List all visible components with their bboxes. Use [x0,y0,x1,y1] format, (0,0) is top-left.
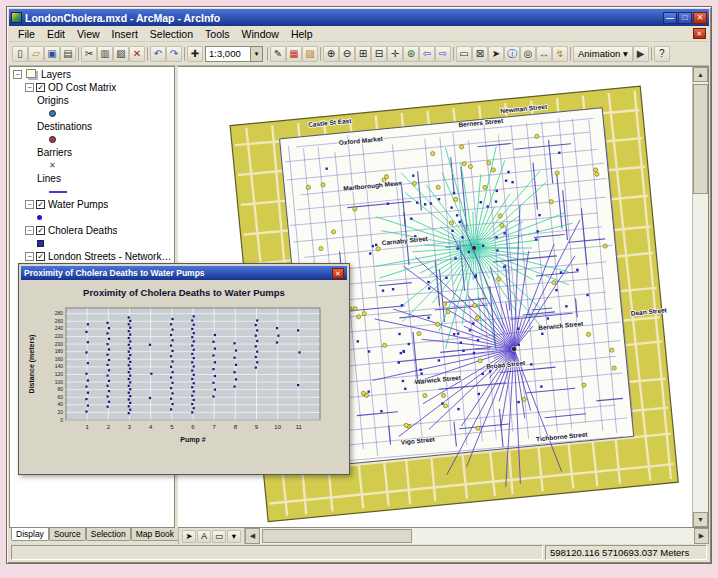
select-features-button[interactable]: ▭ [456,46,472,62]
close-button[interactable]: ✕ [693,12,707,24]
minimize-button[interactable]: — [663,12,677,24]
zoom-out-button[interactable]: ⊖ [339,46,355,62]
map-scale-combo[interactable]: 1:3,000▾ [205,46,263,62]
paste-button[interactable]: ▧ [113,46,129,62]
layer-symbol-square[interactable] [37,240,44,247]
hyperlink-button[interactable]: ↯ [552,46,568,62]
measure-button[interactable]: ↔ [536,46,552,62]
clear-selection-button[interactable]: ⊠ [472,46,488,62]
draw-rectangle-button[interactable]: ▭ [212,530,226,543]
fixed-zoom-in-button[interactable]: ⊞ [355,46,371,62]
menu-tools[interactable]: Tools [199,27,236,41]
map-vertical-scrollbar[interactable]: ▲ ▼ [692,67,708,527]
menu-view[interactable]: View [71,27,106,41]
layer-visibility-checkbox[interactable]: ✓ [36,226,45,235]
go-back-extent-button[interactable]: ⇦ [419,46,435,62]
scroll-up-icon[interactable]: ▲ [693,67,708,82]
dropdown-arrow-icon[interactable]: ▾ [250,47,262,61]
arccatalog-button[interactable]: ▨ [302,46,318,62]
toc-tab-source[interactable]: Source [49,528,86,541]
tree-expander-icon[interactable]: − [25,83,34,92]
chart-xtick-label: 8 [234,424,238,430]
toc-layer-water-pumps[interactable]: −✓Water Pumps [10,198,174,211]
tree-expander-icon[interactable]: − [25,200,34,209]
menu-selection[interactable]: Selection [144,27,199,41]
toc-layer-barriers[interactable]: Barriers [10,146,174,159]
title-bar[interactable]: LondonCholera.mxd - ArcMap - ArcInfo — □… [9,9,709,26]
help-button[interactable]: ? [654,46,670,62]
toc-layer-lines[interactable]: Lines [10,172,174,185]
scroll-right-icon[interactable]: ▶ [694,528,709,544]
fixed-zoom-out-button[interactable]: ⊟ [371,46,387,62]
layer-visibility-checkbox[interactable]: ✓ [36,200,45,209]
chart-window[interactable]: Proximity of Cholera Deaths to Water Pum… [18,263,350,475]
undo-button[interactable]: ↶ [150,46,166,62]
select-elements-button[interactable]: ➤ [488,46,504,62]
menu-edit[interactable]: Edit [41,27,71,41]
draw-pointer-button[interactable]: ➤ [182,530,196,543]
layer-symbol-dot[interactable] [37,215,42,220]
hscroll-track[interactable] [260,528,694,544]
tree-expander-icon[interactable]: − [25,252,34,261]
copy-button[interactable]: ▥ [97,46,113,62]
layer-symbol-circle[interactable] [49,110,56,117]
maximize-button[interactable]: □ [678,12,692,24]
menu-file[interactable]: File [12,27,41,41]
toc-tab-display[interactable]: Display [11,528,49,541]
scroll-left-icon[interactable]: ◀ [245,528,260,544]
go-forward-extent-button[interactable]: ⇨ [435,46,451,62]
new-document-button[interactable]: ▯ [12,46,28,62]
animation-toolbar-menu[interactable]: Animation ▾ [573,46,633,62]
toc-symbol-row[interactable] [10,185,174,198]
toc-layer-london-streets-network-dataset[interactable]: −✓London Streets - Network Dataset [10,250,174,263]
toc-symbol-row[interactable] [10,133,174,146]
hscroll-thumb[interactable] [262,529,412,543]
draw-text-button[interactable]: A [197,530,211,543]
tree-expander-icon[interactable]: − [13,70,22,79]
full-extent-button[interactable]: ⊛ [403,46,419,62]
draw-more-button[interactable]: ▾ [227,530,241,543]
toc-symbol-row[interactable] [10,107,174,120]
toc-layer-origins[interactable]: Origins [10,94,174,107]
chart-window-close-button[interactable]: ✕ [332,268,344,279]
menu-window[interactable]: Window [236,27,285,41]
layer-visibility-checkbox[interactable]: ✓ [36,83,45,92]
pan-button[interactable]: ✛ [387,46,403,62]
tree-expander-icon[interactable]: − [25,226,34,235]
find-button[interactable]: ◎ [520,46,536,62]
layer-symbol-x[interactable]: ✕ [49,162,56,170]
open-animation-controls-button[interactable]: ▶ [633,46,649,62]
scroll-down-icon[interactable]: ▼ [693,512,708,527]
layer-symbol-circle[interactable] [49,136,56,143]
toc-tab-selection[interactable]: Selection [86,528,131,541]
arctoolbox-button[interactable]: ▦ [286,46,302,62]
delete-button[interactable]: ✕ [129,46,145,62]
toc-layer-od-cost-matrix[interactable]: −✓OD Cost Matrix [10,81,174,94]
chart-point [107,364,109,366]
chart-window-title-bar[interactable]: Proximity of Cholera Deaths to Water Pum… [21,266,347,280]
print-button[interactable]: ▤ [60,46,76,62]
save-button[interactable]: ▣ [44,46,60,62]
editor-button[interactable]: ✎ [270,46,286,62]
layer-symbol-line[interactable] [49,191,67,193]
add-data-button[interactable]: ✚ [187,46,203,62]
vscroll-thumb[interactable] [693,84,708,194]
identify-button[interactable]: ⓘ [504,46,520,62]
map-horizontal-scrollbar[interactable]: ◀ ▶ [244,528,709,544]
toc-symbol-row[interactable]: ✕ [10,159,174,172]
menu-help[interactable]: Help [285,27,319,41]
redo-button[interactable]: ↷ [166,46,182,62]
toc-layer-cholera-deaths[interactable]: −✓Cholera Deaths [10,224,174,237]
zoom-in-button[interactable]: ⊕ [323,46,339,62]
toc-layer-layers[interactable]: −Layers [10,68,174,81]
toc-tab-map-book[interactable]: Map Book [131,528,179,541]
menu-insert[interactable]: Insert [106,27,144,41]
layer-visibility-checkbox[interactable]: ✓ [36,252,45,261]
toc-symbol-row[interactable] [10,211,174,224]
vscroll-track[interactable] [693,82,708,512]
close-document-button[interactable]: ✕ [693,28,706,39]
open-folder-button[interactable]: ▱ [28,46,44,62]
toc-symbol-row[interactable] [10,237,174,250]
toc-layer-destinations[interactable]: Destinations [10,120,174,133]
cut-button[interactable]: ✂ [81,46,97,62]
